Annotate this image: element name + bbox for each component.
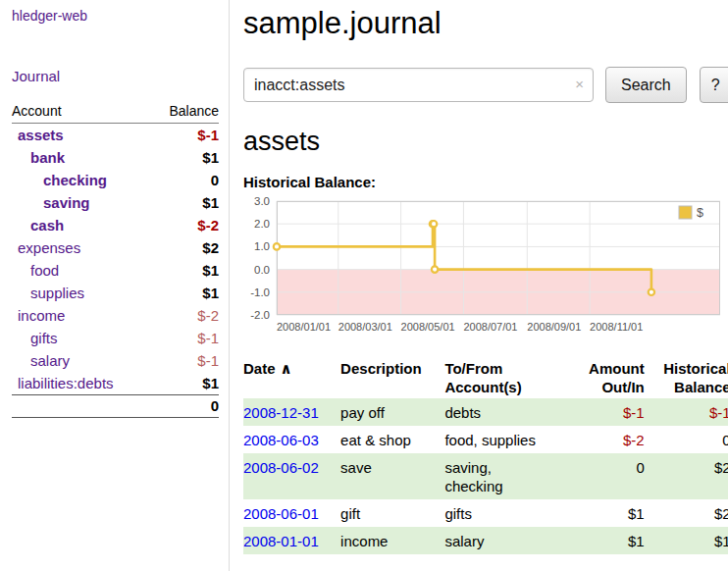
y-tick-label: 3.0	[254, 196, 270, 207]
account-balance: $-1	[151, 349, 219, 372]
transaction-date-link[interactable]: 2008-06-01	[243, 505, 319, 522]
account-name-cell: food	[12, 259, 151, 282]
account-balance: $-1	[151, 327, 219, 349]
account-row: bank$1	[12, 146, 219, 169]
x-tick-label: 2008/01/01	[277, 321, 331, 333]
account-row: food$1	[12, 259, 219, 282]
sidebar-account-liabilities-debts[interactable]: liabilities:debts	[18, 375, 114, 391]
search-button[interactable]: Search	[605, 67, 687, 103]
accounts-header-row: Account Balance	[12, 103, 219, 124]
account-row: salary$-1	[12, 349, 219, 372]
transaction-description: eat & shop	[340, 426, 444, 453]
transaction-amount: 0	[573, 453, 646, 499]
account-row: checking0	[12, 169, 219, 191]
account-name-cell: checking	[12, 169, 151, 191]
accounts-table: Account Balance assets$-1bank$1checking0…	[12, 103, 219, 418]
transaction-description: pay off	[340, 398, 444, 426]
account-balance: $2	[151, 236, 219, 259]
transaction-accounts: food, supplies	[444, 426, 573, 453]
account-balance: $1	[151, 282, 219, 304]
page-title: sample.journal	[243, 4, 728, 43]
transaction-date-cell: 2008-01-01	[243, 527, 340, 554]
account-name-cell: assets	[12, 124, 151, 147]
sidebar-account-food[interactable]: food	[30, 262, 59, 279]
transaction-description: income	[340, 527, 444, 554]
transaction-date-link[interactable]: 2008-06-03	[243, 432, 319, 448]
transaction-accounts: salary	[444, 527, 573, 554]
account-name-cell: gifts	[12, 327, 151, 349]
account-row: cash$-2	[12, 214, 219, 236]
sidebar-account-income[interactable]: income	[18, 307, 65, 324]
sidebar-account-assets[interactable]: assets	[18, 127, 64, 143]
sidebar-account-expenses[interactable]: expenses	[18, 239, 80, 256]
app-layout: hledger-web Journal Account Balance asse…	[0, 0, 728, 571]
transaction-date-link[interactable]: 2008-12-31	[243, 404, 319, 421]
sidebar-account-checking[interactable]: checking	[43, 172, 107, 188]
column-header-date[interactable]: Date∧	[243, 357, 340, 398]
transaction-amount: $-1	[573, 398, 646, 426]
transaction-date-link[interactable]: 2008-06-02	[243, 459, 319, 476]
y-tick-label: 1.0	[254, 241, 270, 253]
data-point-marker	[432, 267, 438, 273]
transaction-description: gift	[340, 499, 444, 527]
account-name-cell: saving	[12, 191, 151, 214]
y-tick-label: 0.0	[254, 264, 270, 276]
account-balance: $1	[151, 372, 219, 395]
account-row: income$-2	[12, 304, 219, 327]
y-tick-label: -2.0	[250, 309, 270, 321]
account-name-cell: liabilities:debts	[12, 372, 151, 395]
transaction-balance: 0	[646, 426, 728, 453]
accounts-header-account: Account	[12, 103, 151, 124]
help-button[interactable]: ?	[700, 67, 728, 103]
date-header-label: Date	[243, 360, 276, 377]
account-name-cell: salary	[12, 349, 151, 372]
column-header-accounts: To/From Account(s)	[444, 357, 573, 398]
register-table: Date∧ Description To/From Account(s) Amo…	[243, 357, 728, 554]
sidebar-account-gifts[interactable]: gifts	[30, 330, 58, 346]
register-row: 2008-12-31pay offdebts$-1$-1	[243, 398, 728, 426]
account-balance: $1	[151, 146, 219, 169]
sidebar-account-saving[interactable]: saving	[43, 194, 90, 211]
account-row: liabilities:debts$1	[12, 372, 219, 395]
balance-line-chart: 3.02.01.00.0-1.0-2.02008/01/012008/03/01…	[243, 196, 725, 346]
account-row: saving$1	[12, 191, 219, 214]
transaction-date-cell: 2008-06-03	[243, 426, 340, 453]
transaction-accounts: gifts	[444, 499, 573, 527]
clear-search-icon[interactable]: ×	[575, 76, 584, 92]
sidebar-item-journal[interactable]: Journal	[12, 68, 219, 84]
search-input[interactable]	[243, 68, 594, 102]
transaction-amount: $1	[573, 527, 646, 554]
sidebar-account-cash[interactable]: cash	[30, 217, 64, 234]
account-balance: $1	[151, 259, 219, 282]
sidebar-account-bank[interactable]: bank	[30, 149, 65, 166]
column-header-balance: Historical Balance	[646, 357, 728, 398]
column-header-description: Description	[340, 357, 444, 398]
column-header-amount: Amount Out/In	[573, 357, 646, 398]
x-tick-label: 2008/11/01	[590, 321, 643, 333]
transaction-accounts: debts	[444, 398, 573, 426]
register-row: 2008-06-03eat & shopfood, supplies$-20	[243, 426, 728, 453]
sidebar-account-supplies[interactable]: supplies	[30, 285, 84, 301]
account-heading: assets	[243, 127, 728, 157]
register-row: 2008-06-02savesaving, checking0$2	[243, 453, 728, 499]
chart-title: Historical Balance:	[243, 174, 728, 190]
sidebar: hledger-web Journal Account Balance asse…	[0, 0, 230, 571]
app-title-link[interactable]: hledger-web	[12, 8, 219, 24]
account-balance: $-2	[151, 214, 219, 236]
search-form: × Search ?	[243, 67, 728, 103]
transaction-date-link[interactable]: 2008-01-01	[243, 533, 319, 549]
transaction-balance: $-1	[646, 398, 728, 426]
search-input-wrap: ×	[243, 68, 594, 102]
y-tick-label: 2.0	[254, 218, 270, 230]
account-row: supplies$1	[12, 282, 219, 304]
account-balance: $-2	[151, 304, 219, 327]
y-tick-label: -1.0	[250, 286, 270, 298]
register-row: 2008-01-01incomesalary$1$1	[243, 527, 728, 554]
x-tick-label: 2008/09/01	[527, 321, 581, 333]
account-name-cell: cash	[12, 214, 151, 236]
accounts-total-row: 0	[12, 395, 219, 418]
account-row: assets$-1	[12, 124, 219, 147]
x-tick-label: 2008/05/01	[401, 321, 455, 333]
sidebar-account-salary[interactable]: salary	[30, 352, 70, 369]
transaction-amount: $-2	[573, 426, 646, 453]
